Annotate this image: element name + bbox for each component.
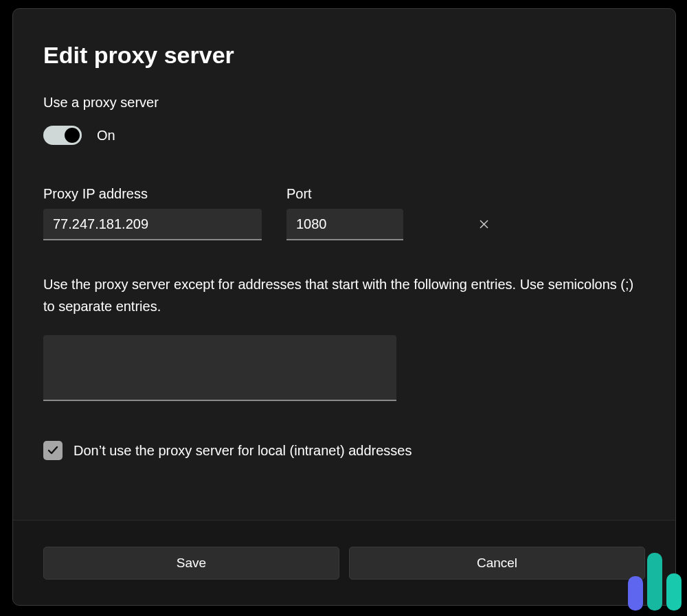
watermark-bar-2: [647, 553, 662, 611]
toggle-knob: [65, 128, 80, 143]
clear-port-button[interactable]: [480, 212, 488, 236]
port-label: Port: [286, 186, 403, 202]
watermark-bar-1: [628, 576, 643, 611]
address-port-row: Proxy IP address Port: [43, 186, 645, 240]
cancel-button[interactable]: Cancel: [349, 547, 645, 580]
close-icon: [480, 220, 488, 229]
proxy-ip-input[interactable]: [43, 209, 262, 240]
ip-label: Proxy IP address: [43, 186, 262, 202]
dialog-title: Edit proxy server: [43, 42, 645, 69]
edit-proxy-dialog: Edit proxy server Use a proxy server On …: [12, 8, 676, 606]
use-proxy-label: Use a proxy server: [43, 95, 645, 111]
proxy-toggle[interactable]: [43, 126, 82, 145]
ip-field-group: Proxy IP address: [43, 186, 262, 240]
watermark-bar-3: [666, 573, 682, 611]
checkmark-icon: [47, 444, 59, 457]
local-bypass-row: Don’t use the proxy server for local (in…: [43, 441, 645, 460]
proxy-toggle-state: On: [97, 128, 115, 144]
dialog-content: Edit proxy server Use a proxy server On …: [13, 9, 675, 520]
exceptions-input[interactable]: [43, 335, 396, 401]
proxy-port-input[interactable]: [286, 209, 480, 239]
watermark-logo: [628, 553, 682, 611]
port-input-wrap: [286, 209, 403, 240]
save-button[interactable]: Save: [43, 547, 339, 580]
local-bypass-label: Don’t use the proxy server for local (in…: [74, 443, 412, 459]
exceptions-description: Use the proxy server except for addresse…: [43, 273, 645, 317]
local-bypass-checkbox[interactable]: [43, 441, 63, 460]
dialog-footer: Save Cancel: [13, 520, 675, 605]
port-field-group: Port: [286, 186, 403, 240]
proxy-toggle-row: On: [43, 126, 645, 145]
